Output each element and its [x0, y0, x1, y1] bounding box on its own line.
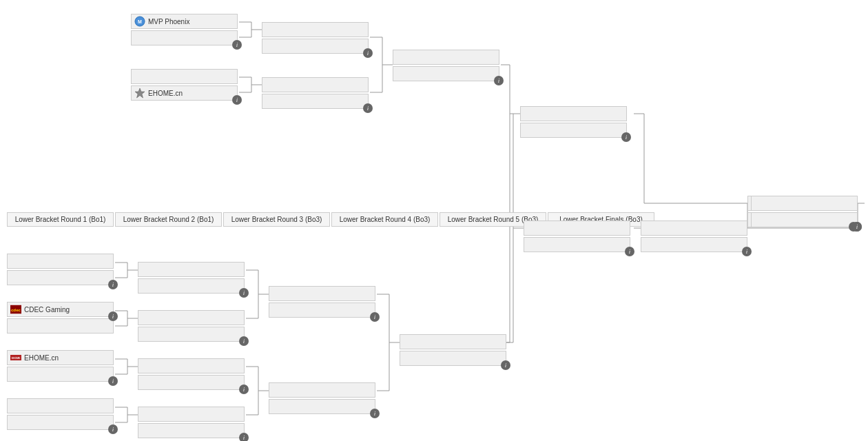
info-icon[interactable]: i	[852, 222, 862, 232]
team-row: i	[262, 39, 369, 54]
team-row	[524, 220, 630, 236]
info-icon[interactable]: i	[232, 95, 242, 105]
lb-r1-m3: EHOME EHOME.cn i	[7, 350, 114, 383]
team-row: i	[751, 212, 858, 227]
team-row	[131, 69, 238, 84]
lb-finals-m1: i	[641, 220, 747, 254]
team-row: i	[262, 94, 369, 109]
round-label-3: Lower Bracket Round 3 (Bo3)	[223, 212, 330, 227]
info-icon[interactable]: i	[108, 376, 118, 386]
team-secret-name: EHOME.cn	[148, 90, 234, 97]
team-row: i	[138, 278, 245, 294]
svg-text:M: M	[138, 19, 142, 24]
team-row: i	[524, 237, 630, 252]
team-row	[7, 318, 114, 334]
team-row	[400, 334, 506, 349]
info-icon[interactable]: i	[370, 409, 380, 418]
info-icon[interactable]: i	[232, 40, 242, 50]
team-row	[520, 106, 627, 121]
team-row: i	[393, 66, 499, 81]
team-row: i	[269, 399, 375, 414]
team-row: M MVP Phoenix	[131, 14, 238, 29]
team-row: i	[7, 270, 114, 285]
lb-r4-m1: i	[400, 334, 506, 367]
team-row: cdec CDEC Gaming i	[7, 302, 114, 317]
team-row: i	[138, 375, 245, 390]
ehome-name: EHOME.cn	[24, 354, 110, 362]
info-icon[interactable]: i	[621, 132, 631, 142]
lb-r2-m3: i	[138, 358, 245, 391]
team-name: MVP Phoenix	[148, 18, 234, 25]
round-label-2: Lower Bracket Round 2 (Bo1)	[115, 212, 222, 227]
team-row	[138, 310, 245, 325]
team-row: i	[7, 415, 114, 430]
mvp-phoenix-logo: M	[134, 16, 145, 27]
info-icon[interactable]: i	[625, 247, 634, 256]
team-row: i	[400, 351, 506, 366]
team-row: i	[269, 302, 375, 318]
info-icon[interactable]: i	[363, 103, 373, 113]
lb-r1-m1: i	[7, 254, 114, 287]
team-row	[138, 407, 245, 422]
info-icon[interactable]: i	[501, 360, 510, 370]
team-row	[138, 358, 245, 373]
team-secret-logo	[134, 88, 145, 99]
info-icon[interactable]: i	[108, 311, 118, 321]
cdec-gaming-name: CDEC Gaming	[24, 306, 110, 314]
info-icon[interactable]: i	[108, 280, 118, 289]
ub-r4-m1: i	[520, 106, 627, 139]
team-row: i	[641, 237, 747, 252]
svg-text:EHOME: EHOME	[12, 357, 21, 360]
team-row	[269, 286, 375, 301]
lb-r2-m1: i	[138, 262, 245, 295]
team-row: EHOME EHOME.cn	[7, 350, 114, 365]
lb-r3-m2: i	[269, 382, 375, 416]
team-row: EHOME.cn i	[131, 85, 238, 101]
team-row	[393, 50, 499, 65]
lb-r1-m2: cdec CDEC Gaming i	[7, 302, 114, 335]
ub-r1-m1: M MVP Phoenix i	[131, 14, 238, 47]
info-icon[interactable]: i	[239, 384, 249, 394]
ub-r1-m2: EHOME.cn i	[131, 69, 238, 102]
team-row: i	[7, 367, 114, 382]
round-label-4: Lower Bracket Round 4 (Bo3)	[331, 212, 438, 227]
info-icon[interactable]: i	[370, 312, 380, 322]
team-row	[7, 254, 114, 269]
team-row: i	[520, 123, 627, 138]
lb-r2-m2: i	[138, 310, 245, 343]
lb-r3-m1: i	[269, 286, 375, 319]
info-icon[interactable]: i	[494, 76, 504, 85]
info-icon[interactable]: i	[742, 247, 752, 256]
team-row	[138, 262, 245, 277]
ehome-logo: EHOME	[10, 352, 21, 363]
cdec-logo: cdec	[10, 304, 21, 315]
team-row: i	[138, 423, 245, 438]
team-row	[641, 220, 747, 236]
team-row: i	[138, 327, 245, 342]
info-icon[interactable]: i	[239, 336, 249, 346]
bracket-container: M MVP Phoenix i EHOME.cn i i	[0, 0, 868, 441]
info-icon[interactable]: i	[239, 433, 249, 441]
ub-r2-m1: i	[262, 22, 369, 55]
ub-r2-m2: i	[262, 77, 369, 110]
round-label-1: Lower Bracket Round 1 (Bo1)	[7, 212, 114, 227]
team-row	[751, 196, 858, 211]
team-row: i	[131, 30, 238, 45]
svg-text:cdec: cdec	[11, 307, 21, 312]
team-row	[269, 382, 375, 398]
team-row	[262, 22, 369, 37]
lb-r2-m4: i	[138, 407, 245, 440]
ub-r3-m1: i	[393, 50, 499, 83]
grand-finals-slot: i	[751, 196, 858, 229]
info-icon[interactable]: i	[239, 288, 249, 298]
team-row	[262, 77, 369, 92]
lb-r1-m4: i	[7, 398, 114, 431]
team-row	[7, 398, 114, 413]
lb-r5-m1: i	[524, 220, 630, 254]
info-icon[interactable]: i	[108, 424, 118, 434]
info-icon[interactable]: i	[363, 48, 373, 58]
